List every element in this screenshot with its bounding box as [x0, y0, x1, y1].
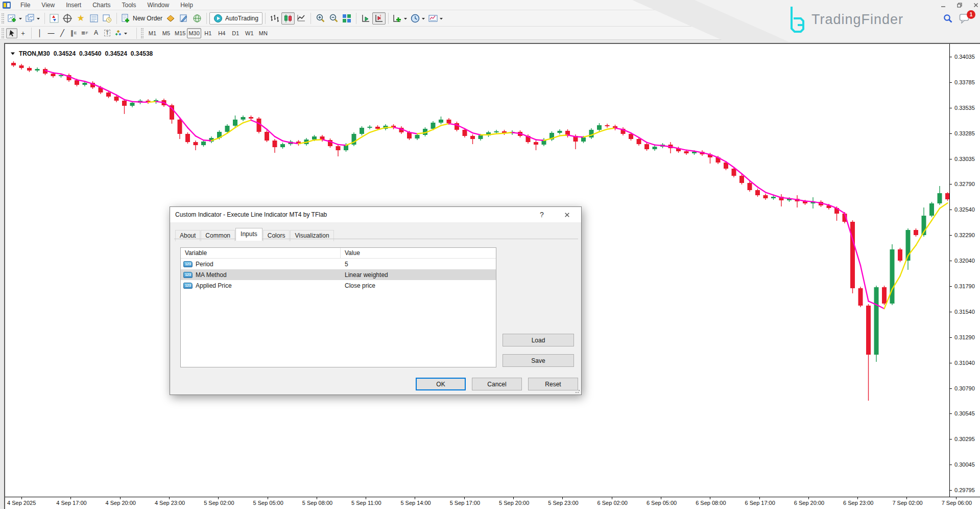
toolbar-drag-handle[interactable]	[2, 28, 4, 38]
terminal-button[interactable]	[87, 12, 101, 25]
search-button[interactable]	[943, 13, 953, 25]
table-row[interactable]: 123Period 5	[181, 259, 496, 269]
dialog-close-button[interactable]	[557, 207, 577, 222]
text-label-tool-button[interactable]: T	[102, 28, 113, 38]
menu-view[interactable]: View	[36, 1, 60, 10]
price-tick	[950, 363, 952, 363]
vertical-line-tool-button[interactable]: │	[34, 28, 45, 38]
profiles-button[interactable]	[24, 12, 42, 25]
tab-visualization[interactable]: Visualization	[290, 230, 333, 241]
fibonacci-tool-button[interactable]: ≡F	[79, 28, 90, 38]
column-header-variable[interactable]: Variable	[181, 248, 341, 258]
dialog-help-button[interactable]: ?	[534, 207, 549, 222]
templates-button[interactable]	[427, 12, 445, 25]
price-label: 0.31290	[954, 334, 975, 340]
line-chart-icon	[297, 14, 306, 23]
resize-grip[interactable]	[575, 388, 580, 394]
new-chart-button[interactable]	[6, 12, 24, 25]
expert-advisors-button[interactable]	[164, 12, 177, 25]
horizontal-line-tool-button[interactable]: —	[45, 28, 57, 38]
ok-button[interactable]: OK	[416, 378, 466, 390]
bar-chart-button[interactable]	[268, 12, 281, 25]
tab-inputs[interactable]: Inputs	[235, 228, 262, 241]
time-tick	[612, 497, 612, 499]
chart-shift-button[interactable]	[372, 12, 386, 25]
menu-tools[interactable]: Tools	[116, 1, 142, 10]
price-label: 0.32540	[954, 206, 975, 213]
timeframe-m15[interactable]: M15	[173, 28, 187, 38]
time-tick	[317, 497, 317, 499]
timeframe-d1[interactable]: D1	[229, 28, 243, 38]
table-row-selected[interactable]: 123MA Method Linear weighted	[181, 269, 496, 280]
strategy-tester-button[interactable]	[101, 12, 114, 25]
time-axis[interactable]: 4 Sep 20254 Sep 17:004 Sep 20:004 Sep 23…	[5, 497, 980, 509]
text-tool-button[interactable]: A	[90, 28, 102, 38]
tab-about[interactable]: About	[175, 230, 200, 241]
time-label: 5 Sep 23:00	[548, 500, 578, 506]
timeframe-h4[interactable]: H4	[215, 28, 229, 38]
zoom-in-button[interactable]	[314, 12, 327, 25]
equidistant-channel-tool-button[interactable]: ∥E	[68, 28, 79, 38]
market-watch-button[interactable]	[47, 12, 61, 25]
notification-badge[interactable]: 1	[967, 10, 975, 19]
reset-button[interactable]: Reset	[528, 378, 578, 390]
menu-insert[interactable]: Insert	[60, 1, 87, 10]
toolbar-drag-handle[interactable]	[2, 13, 4, 24]
price-label: 0.32290	[954, 232, 975, 238]
price-axis[interactable]: 0.340350.337850.335350.332850.330350.327…	[949, 44, 980, 497]
time-label: 4 Sep 2025	[7, 500, 36, 506]
navigator-button[interactable]: ★	[74, 12, 87, 25]
trendline-tool-button[interactable]: ╱	[57, 28, 68, 38]
zoom-out-button[interactable]	[327, 12, 340, 25]
cancel-button[interactable]: Cancel	[472, 378, 522, 390]
candlestick-chart-button[interactable]	[281, 12, 295, 25]
variable-name: Period	[196, 261, 213, 268]
tab-colors[interactable]: Colors	[263, 230, 290, 241]
close-window-button[interactable]	[970, 1, 980, 9]
time-label: 5 Sep 02:00	[204, 500, 234, 506]
timeframe-m1[interactable]: M1	[146, 28, 159, 38]
minimize-button[interactable]	[938, 1, 949, 9]
load-button[interactable]: Load	[503, 334, 574, 346]
crosshair-tool-button[interactable]: ＋	[17, 28, 29, 38]
menu-window[interactable]: Window	[142, 1, 175, 10]
data-window-button[interactable]	[61, 12, 74, 25]
timeframe-h1[interactable]: H1	[201, 28, 215, 38]
variable-value[interactable]: 5	[341, 261, 348, 268]
arrows-tool-button[interactable]	[113, 28, 129, 38]
tile-windows-button[interactable]	[340, 12, 353, 25]
restore-button[interactable]	[954, 1, 965, 9]
timeframe-w1[interactable]: W1	[243, 28, 256, 38]
indicators-button[interactable]	[391, 12, 409, 25]
column-header-value[interactable]: Value	[341, 249, 360, 257]
metaeditor-button[interactable]	[177, 12, 190, 25]
price-tick	[950, 261, 952, 261]
live-trading-button[interactable]	[190, 12, 204, 25]
menu-help[interactable]: Help	[175, 1, 199, 10]
tab-common[interactable]: Common	[201, 230, 235, 241]
menu-file[interactable]: File	[15, 1, 36, 10]
menu-charts[interactable]: Charts	[87, 1, 116, 10]
dialog-title: Custom Indicator - Execute Line Indicato…	[175, 211, 327, 218]
autotrading-toggle[interactable]: AutoTrading	[209, 12, 262, 25]
line-chart-button[interactable]	[295, 12, 308, 25]
table-row[interactable]: 123Applied Price Close price	[181, 280, 496, 291]
variable-value[interactable]: Linear weighted	[341, 271, 388, 279]
timeframe-m5[interactable]: M5	[159, 28, 173, 38]
cursor-icon	[8, 29, 16, 37]
auto-scroll-button[interactable]	[359, 12, 372, 25]
toolbar-drag-handle[interactable]	[141, 28, 144, 38]
timeframe-m30[interactable]: M30	[187, 28, 201, 38]
chart-symbol-header[interactable]: TRON,M30 0.34524 0.34540 0.34524 0.34538	[10, 50, 153, 57]
vertical-line-icon: │	[38, 30, 42, 36]
price-tick	[950, 490, 952, 491]
save-button[interactable]: Save	[503, 354, 574, 367]
timeframe-mn[interactable]: MN	[256, 28, 270, 38]
variable-value[interactable]: Close price	[341, 282, 375, 289]
new-chart-icon	[8, 14, 17, 23]
new-order-button[interactable]: New Order	[119, 12, 164, 25]
dialog-title-bar[interactable]: Custom Indicator - Execute Line Indicato…	[170, 207, 581, 222]
cursor-tool-button[interactable]	[6, 28, 17, 38]
numeric-type-icon: 123	[183, 272, 193, 278]
periods-button[interactable]	[409, 12, 427, 25]
